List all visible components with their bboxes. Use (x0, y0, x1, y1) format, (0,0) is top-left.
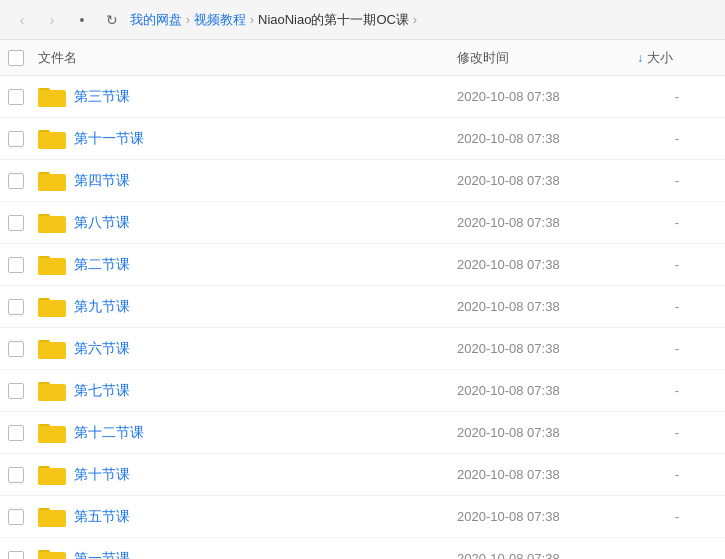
file-name-3[interactable]: 第八节课 (74, 214, 457, 232)
table-row[interactable]: 第十节课 2020-10-08 07:38 - (0, 454, 725, 496)
svg-rect-26 (38, 428, 66, 443)
table-row[interactable]: 第十一节课 2020-10-08 07:38 - (0, 118, 725, 160)
up-button[interactable]: • (70, 8, 94, 32)
breadcrumb-sep-1: › (186, 13, 190, 27)
file-name-2[interactable]: 第四节课 (74, 172, 457, 190)
file-size-11: - (637, 551, 717, 559)
select-all-checkbox[interactable] (8, 50, 24, 66)
folder-icon-2 (38, 169, 66, 193)
file-modified-0: 2020-10-08 07:38 (457, 89, 637, 104)
file-name-1[interactable]: 第十一节课 (74, 130, 457, 148)
row-check-3[interactable] (8, 215, 38, 231)
col-modified-header[interactable]: 修改时间 (457, 49, 637, 67)
file-size-6: - (637, 341, 717, 356)
table-row[interactable]: 第六节课 2020-10-08 07:38 - (0, 328, 725, 370)
file-name-6[interactable]: 第六节课 (74, 340, 457, 358)
row-checkbox-11[interactable] (8, 551, 24, 560)
back-button[interactable]: ‹ (10, 8, 34, 32)
file-modified-1: 2020-10-08 07:38 (457, 131, 637, 146)
file-size-3: - (637, 215, 717, 230)
file-size-7: - (637, 383, 717, 398)
table-row[interactable]: 第九节课 2020-10-08 07:38 - (0, 286, 725, 328)
file-modified-5: 2020-10-08 07:38 (457, 299, 637, 314)
row-check-7[interactable] (8, 383, 38, 399)
file-name-9[interactable]: 第十节课 (74, 466, 457, 484)
row-checkbox-2[interactable] (8, 173, 24, 189)
sort-down-icon: ↓ (637, 51, 643, 65)
row-check-0[interactable] (8, 89, 38, 105)
file-name-8[interactable]: 第十二节课 (74, 424, 457, 442)
breadcrumb-current: NiaoNiao的第十一期OC课 (258, 11, 409, 29)
table-row[interactable]: 第三节课 2020-10-08 07:38 - (0, 76, 725, 118)
file-modified-3: 2020-10-08 07:38 (457, 215, 637, 230)
table-row[interactable]: 第一节课 2020-10-08 07:38 - (0, 538, 725, 559)
row-check-11[interactable] (8, 551, 38, 560)
folder-icon-8 (38, 421, 66, 445)
row-checkbox-7[interactable] (8, 383, 24, 399)
file-modified-4: 2020-10-08 07:38 (457, 257, 637, 272)
row-check-2[interactable] (8, 173, 38, 189)
row-check-1[interactable] (8, 131, 38, 147)
folder-icon-0 (38, 85, 66, 109)
table-row[interactable]: 第四节课 2020-10-08 07:38 - (0, 160, 725, 202)
file-name-0[interactable]: 第三节课 (74, 88, 457, 106)
svg-rect-29 (38, 470, 66, 485)
breadcrumb: 我的网盘 › 视频教程 › NiaoNiao的第十一期OC课 › (130, 11, 715, 29)
svg-rect-2 (38, 92, 66, 107)
row-check-5[interactable] (8, 299, 38, 315)
row-checkbox-4[interactable] (8, 257, 24, 273)
folder-icon-3 (38, 211, 66, 235)
table-row[interactable]: 第八节课 2020-10-08 07:38 - (0, 202, 725, 244)
svg-rect-11 (38, 218, 66, 233)
file-list: 第三节课 2020-10-08 07:38 - 第十一节课 2020-10-08… (0, 76, 725, 559)
row-checkbox-5[interactable] (8, 299, 24, 315)
row-checkbox-1[interactable] (8, 131, 24, 147)
refresh-button[interactable]: ↻ (100, 8, 124, 32)
col-size-header[interactable]: ↓ 大小 (637, 49, 717, 67)
row-check-4[interactable] (8, 257, 38, 273)
table-row[interactable]: 第二节课 2020-10-08 07:38 - (0, 244, 725, 286)
row-checkbox-3[interactable] (8, 215, 24, 231)
file-size-10: - (637, 509, 717, 524)
svg-rect-20 (38, 344, 66, 359)
file-modified-2: 2020-10-08 07:38 (457, 173, 637, 188)
breadcrumb-video[interactable]: 视频教程 (194, 11, 246, 29)
row-checkbox-9[interactable] (8, 467, 24, 483)
file-name-11[interactable]: 第一节课 (74, 550, 457, 560)
table-row[interactable]: 第七节课 2020-10-08 07:38 - (0, 370, 725, 412)
row-checkbox-6[interactable] (8, 341, 24, 357)
file-name-7[interactable]: 第七节课 (74, 382, 457, 400)
file-name-10[interactable]: 第五节课 (74, 508, 457, 526)
row-check-10[interactable] (8, 509, 38, 525)
file-modified-8: 2020-10-08 07:38 (457, 425, 637, 440)
svg-rect-35 (38, 554, 66, 560)
file-modified-9: 2020-10-08 07:38 (457, 467, 637, 482)
svg-rect-14 (38, 260, 66, 275)
breadcrumb-sep-2: › (250, 13, 254, 27)
row-check-6[interactable] (8, 341, 38, 357)
file-modified-7: 2020-10-08 07:38 (457, 383, 637, 398)
table-row[interactable]: 第五节课 2020-10-08 07:38 - (0, 496, 725, 538)
breadcrumb-mydisk[interactable]: 我的网盘 (130, 11, 182, 29)
folder-icon-10 (38, 505, 66, 529)
folder-icon-9 (38, 463, 66, 487)
row-checkbox-8[interactable] (8, 425, 24, 441)
file-name-4[interactable]: 第二节课 (74, 256, 457, 274)
folder-icon-7 (38, 379, 66, 403)
file-size-5: - (637, 299, 717, 314)
row-check-8[interactable] (8, 425, 38, 441)
table-row[interactable]: 第十二节课 2020-10-08 07:38 - (0, 412, 725, 454)
header-check[interactable] (8, 50, 38, 66)
file-name-5[interactable]: 第九节课 (74, 298, 457, 316)
breadcrumb-sep-3: › (413, 13, 417, 27)
folder-icon-11 (38, 547, 66, 560)
file-size-1: - (637, 131, 717, 146)
svg-rect-8 (38, 176, 66, 191)
row-check-9[interactable] (8, 467, 38, 483)
folder-icon-1 (38, 127, 66, 151)
file-size-2: - (637, 173, 717, 188)
forward-button[interactable]: › (40, 8, 64, 32)
folder-icon-4 (38, 253, 66, 277)
row-checkbox-10[interactable] (8, 509, 24, 525)
row-checkbox-0[interactable] (8, 89, 24, 105)
